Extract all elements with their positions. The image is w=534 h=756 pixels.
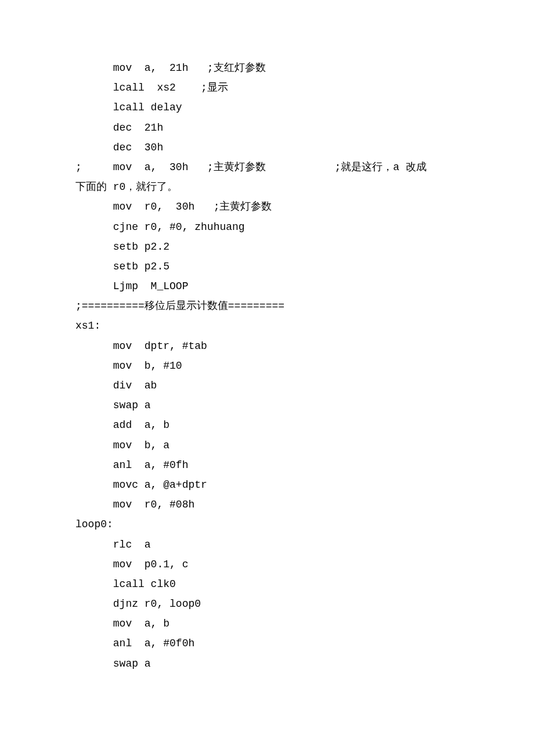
code-line: setb p2.2 (75, 237, 488, 257)
code-line: Ljmp M_LOOP (75, 276, 488, 296)
code-line: lcall delay (75, 98, 488, 117)
code-line: rlc a (75, 535, 488, 555)
code-line: mov b, a (75, 435, 488, 455)
code-line: loop0: (75, 514, 488, 534)
code-line: swap a (75, 395, 488, 415)
code-line: anl a, #0fh (75, 455, 488, 475)
code-line: mov dptr, #tab (75, 336, 488, 356)
code-line: ;==========移位后显示计数值========= (75, 296, 488, 316)
code-line: ; mov a, 30h ;主黄灯参数 ;就是这行，a 改成 (75, 157, 488, 177)
code-line: mov a, 21h ;支红灯参数 (75, 58, 488, 78)
code-line: setb p2.5 (75, 257, 488, 276)
code-line: cjne r0, #0, zhuhuang (75, 217, 488, 237)
code-line: dec 21h (75, 118, 488, 138)
code-line: div ab (75, 376, 488, 395)
code-line: dec 30h (75, 138, 488, 157)
code-line: lcall xs2 ;显示 (75, 78, 488, 98)
code-line: mov p0.1, c (75, 555, 488, 574)
code-line: add a, b (75, 415, 488, 435)
code-line: swap a (75, 654, 488, 674)
code-line: movc a, @a+dptr (75, 475, 488, 495)
code-line: anl a, #0f0h (75, 633, 488, 653)
code-line: mov r0, #08h (75, 495, 488, 514)
code-line: lcall clk0 (75, 574, 488, 594)
code-line: djnz r0, loop0 (75, 594, 488, 614)
code-line: xs1: (75, 316, 488, 336)
code-line: 下面的 r0，就行了。 (75, 177, 488, 197)
document-page: mov a, 21h ;支红灯参数 lcall xs2 ;显示 lcall de… (0, 0, 534, 674)
code-line: mov b, #10 (75, 356, 488, 376)
code-line: mov r0, 30h ;主黄灯参数 (75, 197, 488, 217)
code-line: mov a, b (75, 614, 488, 633)
